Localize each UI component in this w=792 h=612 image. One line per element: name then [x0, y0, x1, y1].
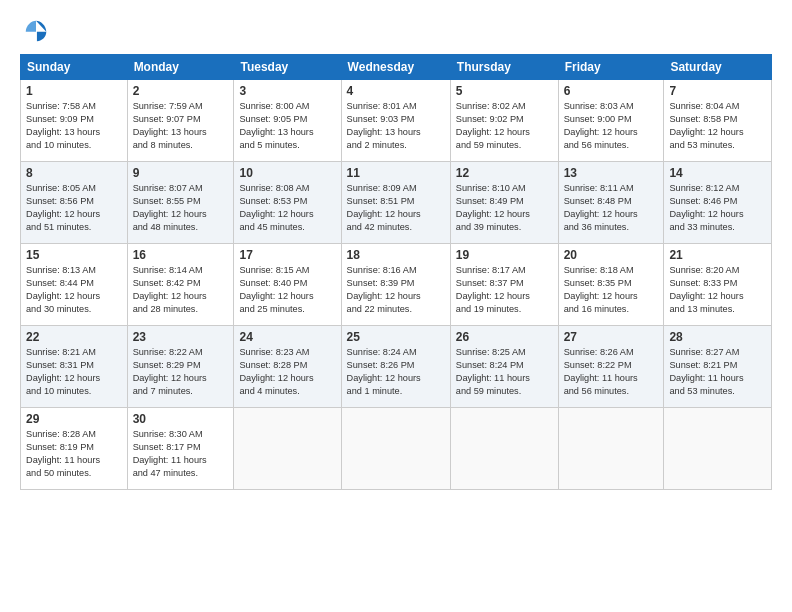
calendar-cell: 18Sunrise: 8:16 AM Sunset: 8:39 PM Dayli… — [341, 244, 450, 326]
day-number: 25 — [347, 330, 445, 344]
calendar-cell: 25Sunrise: 8:24 AM Sunset: 8:26 PM Dayli… — [341, 326, 450, 408]
weekday-header: Sunday — [21, 55, 128, 80]
calendar-cell — [341, 408, 450, 490]
day-info: Sunrise: 8:03 AM Sunset: 9:00 PM Dayligh… — [564, 100, 659, 152]
day-number: 19 — [456, 248, 553, 262]
calendar-cell: 1Sunrise: 7:58 AM Sunset: 9:09 PM Daylig… — [21, 80, 128, 162]
day-info: Sunrise: 8:13 AM Sunset: 8:44 PM Dayligh… — [26, 264, 122, 316]
calendar-week-row: 29Sunrise: 8:28 AM Sunset: 8:19 PM Dayli… — [21, 408, 772, 490]
day-info: Sunrise: 8:05 AM Sunset: 8:56 PM Dayligh… — [26, 182, 122, 234]
day-number: 16 — [133, 248, 229, 262]
calendar-cell: 8Sunrise: 8:05 AM Sunset: 8:56 PM Daylig… — [21, 162, 128, 244]
calendar-cell: 12Sunrise: 8:10 AM Sunset: 8:49 PM Dayli… — [450, 162, 558, 244]
calendar-body: 1Sunrise: 7:58 AM Sunset: 9:09 PM Daylig… — [21, 80, 772, 490]
calendar-header-row: SundayMondayTuesdayWednesdayThursdayFrid… — [21, 55, 772, 80]
calendar-cell: 3Sunrise: 8:00 AM Sunset: 9:05 PM Daylig… — [234, 80, 341, 162]
logo — [20, 16, 50, 44]
calendar-cell: 13Sunrise: 8:11 AM Sunset: 8:48 PM Dayli… — [558, 162, 664, 244]
day-info: Sunrise: 8:09 AM Sunset: 8:51 PM Dayligh… — [347, 182, 445, 234]
day-info: Sunrise: 8:04 AM Sunset: 8:58 PM Dayligh… — [669, 100, 766, 152]
calendar-week-row: 22Sunrise: 8:21 AM Sunset: 8:31 PM Dayli… — [21, 326, 772, 408]
day-number: 28 — [669, 330, 766, 344]
calendar-cell: 21Sunrise: 8:20 AM Sunset: 8:33 PM Dayli… — [664, 244, 772, 326]
day-info: Sunrise: 8:00 AM Sunset: 9:05 PM Dayligh… — [239, 100, 335, 152]
day-info: Sunrise: 8:08 AM Sunset: 8:53 PM Dayligh… — [239, 182, 335, 234]
calendar-cell — [234, 408, 341, 490]
weekday-header: Tuesday — [234, 55, 341, 80]
day-number: 22 — [26, 330, 122, 344]
weekday-header: Monday — [127, 55, 234, 80]
calendar-cell: 11Sunrise: 8:09 AM Sunset: 8:51 PM Dayli… — [341, 162, 450, 244]
day-info: Sunrise: 8:30 AM Sunset: 8:17 PM Dayligh… — [133, 428, 229, 480]
day-number: 5 — [456, 84, 553, 98]
day-info: Sunrise: 8:18 AM Sunset: 8:35 PM Dayligh… — [564, 264, 659, 316]
calendar-cell: 10Sunrise: 8:08 AM Sunset: 8:53 PM Dayli… — [234, 162, 341, 244]
calendar-week-row: 15Sunrise: 8:13 AM Sunset: 8:44 PM Dayli… — [21, 244, 772, 326]
day-info: Sunrise: 8:07 AM Sunset: 8:55 PM Dayligh… — [133, 182, 229, 234]
day-number: 27 — [564, 330, 659, 344]
calendar-cell: 28Sunrise: 8:27 AM Sunset: 8:21 PM Dayli… — [664, 326, 772, 408]
day-info: Sunrise: 8:23 AM Sunset: 8:28 PM Dayligh… — [239, 346, 335, 398]
day-number: 18 — [347, 248, 445, 262]
day-number: 26 — [456, 330, 553, 344]
weekday-header: Saturday — [664, 55, 772, 80]
calendar-cell — [450, 408, 558, 490]
day-number: 8 — [26, 166, 122, 180]
calendar-cell: 2Sunrise: 7:59 AM Sunset: 9:07 PM Daylig… — [127, 80, 234, 162]
calendar-week-row: 8Sunrise: 8:05 AM Sunset: 8:56 PM Daylig… — [21, 162, 772, 244]
calendar-week-row: 1Sunrise: 7:58 AM Sunset: 9:09 PM Daylig… — [21, 80, 772, 162]
day-info: Sunrise: 8:10 AM Sunset: 8:49 PM Dayligh… — [456, 182, 553, 234]
day-number: 24 — [239, 330, 335, 344]
day-number: 17 — [239, 248, 335, 262]
weekday-header: Thursday — [450, 55, 558, 80]
day-number: 1 — [26, 84, 122, 98]
day-info: Sunrise: 8:02 AM Sunset: 9:02 PM Dayligh… — [456, 100, 553, 152]
weekday-header: Friday — [558, 55, 664, 80]
calendar-cell: 7Sunrise: 8:04 AM Sunset: 8:58 PM Daylig… — [664, 80, 772, 162]
day-info: Sunrise: 8:16 AM Sunset: 8:39 PM Dayligh… — [347, 264, 445, 316]
calendar-cell: 16Sunrise: 8:14 AM Sunset: 8:42 PM Dayli… — [127, 244, 234, 326]
day-number: 13 — [564, 166, 659, 180]
day-info: Sunrise: 8:01 AM Sunset: 9:03 PM Dayligh… — [347, 100, 445, 152]
calendar-cell — [664, 408, 772, 490]
calendar-table: SundayMondayTuesdayWednesdayThursdayFrid… — [20, 54, 772, 490]
calendar-cell: 20Sunrise: 8:18 AM Sunset: 8:35 PM Dayli… — [558, 244, 664, 326]
day-number: 6 — [564, 84, 659, 98]
day-number: 4 — [347, 84, 445, 98]
day-info: Sunrise: 8:22 AM Sunset: 8:29 PM Dayligh… — [133, 346, 229, 398]
day-info: Sunrise: 8:26 AM Sunset: 8:22 PM Dayligh… — [564, 346, 659, 398]
calendar-cell: 22Sunrise: 8:21 AM Sunset: 8:31 PM Dayli… — [21, 326, 128, 408]
calendar-cell: 19Sunrise: 8:17 AM Sunset: 8:37 PM Dayli… — [450, 244, 558, 326]
day-info: Sunrise: 8:24 AM Sunset: 8:26 PM Dayligh… — [347, 346, 445, 398]
calendar-cell: 17Sunrise: 8:15 AM Sunset: 8:40 PM Dayli… — [234, 244, 341, 326]
day-number: 20 — [564, 248, 659, 262]
calendar-cell: 26Sunrise: 8:25 AM Sunset: 8:24 PM Dayli… — [450, 326, 558, 408]
calendar-cell: 15Sunrise: 8:13 AM Sunset: 8:44 PM Dayli… — [21, 244, 128, 326]
day-number: 11 — [347, 166, 445, 180]
logo-icon — [22, 16, 50, 44]
day-info: Sunrise: 8:11 AM Sunset: 8:48 PM Dayligh… — [564, 182, 659, 234]
day-info: Sunrise: 7:59 AM Sunset: 9:07 PM Dayligh… — [133, 100, 229, 152]
weekday-header: Wednesday — [341, 55, 450, 80]
calendar-cell: 14Sunrise: 8:12 AM Sunset: 8:46 PM Dayli… — [664, 162, 772, 244]
day-number: 7 — [669, 84, 766, 98]
day-number: 9 — [133, 166, 229, 180]
calendar-cell — [558, 408, 664, 490]
day-number: 30 — [133, 412, 229, 426]
day-info: Sunrise: 7:58 AM Sunset: 9:09 PM Dayligh… — [26, 100, 122, 152]
calendar-cell: 5Sunrise: 8:02 AM Sunset: 9:02 PM Daylig… — [450, 80, 558, 162]
calendar-cell: 29Sunrise: 8:28 AM Sunset: 8:19 PM Dayli… — [21, 408, 128, 490]
day-number: 29 — [26, 412, 122, 426]
day-number: 14 — [669, 166, 766, 180]
day-number: 2 — [133, 84, 229, 98]
day-info: Sunrise: 8:14 AM Sunset: 8:42 PM Dayligh… — [133, 264, 229, 316]
calendar-cell: 27Sunrise: 8:26 AM Sunset: 8:22 PM Dayli… — [558, 326, 664, 408]
calendar-cell: 9Sunrise: 8:07 AM Sunset: 8:55 PM Daylig… — [127, 162, 234, 244]
day-number: 21 — [669, 248, 766, 262]
calendar-cell: 6Sunrise: 8:03 AM Sunset: 9:00 PM Daylig… — [558, 80, 664, 162]
day-number: 10 — [239, 166, 335, 180]
day-number: 15 — [26, 248, 122, 262]
page: SundayMondayTuesdayWednesdayThursdayFrid… — [0, 0, 792, 612]
calendar-cell: 30Sunrise: 8:30 AM Sunset: 8:17 PM Dayli… — [127, 408, 234, 490]
calendar-cell: 24Sunrise: 8:23 AM Sunset: 8:28 PM Dayli… — [234, 326, 341, 408]
